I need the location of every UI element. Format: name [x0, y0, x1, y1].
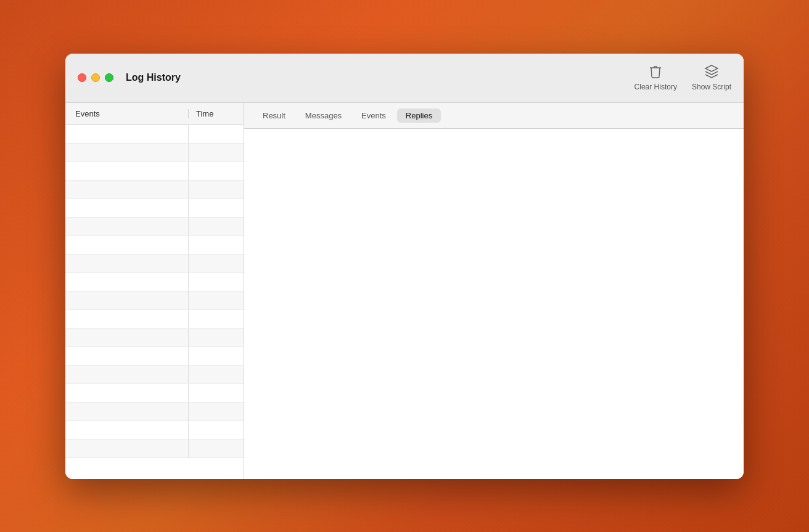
tab-content — [244, 129, 744, 479]
list-item[interactable] — [65, 144, 244, 162]
tab-messages[interactable]: Messages — [297, 108, 350, 123]
tabs-bar: Result Messages Events Replies — [244, 103, 744, 129]
list-item[interactable] — [65, 403, 244, 421]
close-button[interactable] — [78, 73, 86, 82]
events-column-header: Events — [65, 109, 189, 118]
script-icon — [704, 64, 719, 79]
minimize-button[interactable] — [91, 73, 100, 82]
clear-history-button[interactable]: Clear History — [634, 64, 677, 91]
left-panel: Events Time — [65, 103, 244, 479]
list-item[interactable] — [65, 292, 244, 310]
show-script-label: Show Script — [692, 83, 731, 91]
tab-result[interactable]: Result — [254, 108, 294, 123]
list-item[interactable] — [65, 255, 244, 273]
right-panel: Result Messages Events Replies — [244, 103, 744, 479]
maximize-button[interactable] — [105, 73, 113, 82]
list-item[interactable] — [65, 236, 244, 255]
clear-history-label: Clear History — [634, 83, 677, 91]
traffic-lights — [78, 73, 113, 82]
list-item[interactable] — [65, 125, 244, 144]
tab-replies[interactable]: Replies — [397, 108, 441, 123]
list-item[interactable] — [65, 440, 244, 458]
list-item[interactable] — [65, 162, 244, 181]
list-item[interactable] — [65, 384, 244, 403]
list-item[interactable] — [65, 366, 244, 384]
trash-icon — [648, 64, 663, 79]
list-item[interactable] — [65, 218, 244, 236]
show-script-button[interactable]: Show Script — [692, 64, 731, 91]
list-item[interactable] — [65, 310, 244, 329]
list-item[interactable] — [65, 181, 244, 199]
list-item[interactable] — [65, 273, 244, 292]
list-item[interactable] — [65, 347, 244, 366]
title-bar: Log History Clear History Show Script — [65, 54, 744, 103]
list-item[interactable] — [65, 421, 244, 440]
time-column-header: Time — [189, 109, 221, 118]
main-window: Log History Clear History Show Script — [65, 54, 744, 479]
toolbar-buttons: Clear History Show Script — [634, 64, 731, 91]
list-item[interactable] — [65, 329, 244, 347]
tab-events[interactable]: Events — [353, 108, 395, 123]
list-rows — [65, 125, 244, 479]
window-title: Log History — [126, 72, 634, 83]
list-header: Events Time — [65, 103, 244, 125]
list-item[interactable] — [65, 199, 244, 218]
content-area: Events Time — [65, 103, 744, 479]
